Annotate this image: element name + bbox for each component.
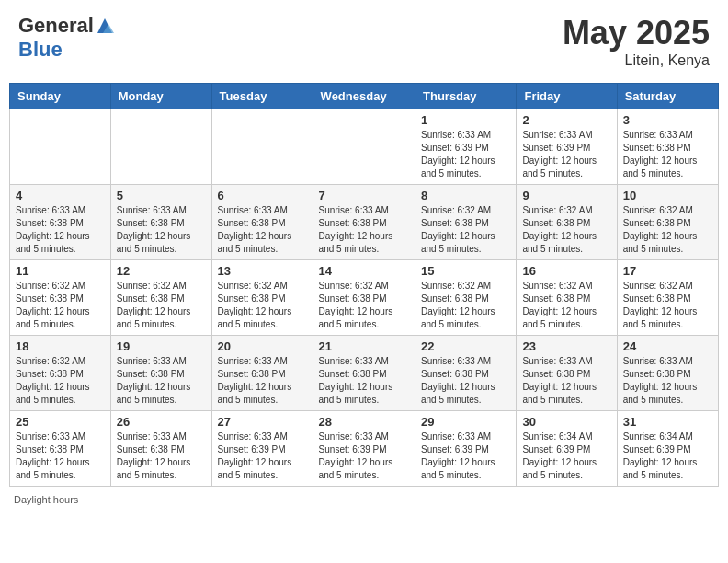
header: General Blue May 2025 Litein, Kenya — [9, 9, 719, 74]
day-number: 26 — [117, 415, 206, 429]
calendar-cell — [313, 109, 415, 185]
calendar-cell: 24Sunrise: 6:33 AM Sunset: 6:38 PM Dayli… — [617, 336, 718, 411]
day-info: Sunrise: 6:33 AM Sunset: 6:38 PM Dayligh… — [117, 204, 206, 256]
calendar-cell: 29Sunrise: 6:33 AM Sunset: 6:39 PM Dayli… — [415, 411, 517, 487]
day-number: 23 — [522, 339, 610, 353]
calendar-cell: 2Sunrise: 6:33 AM Sunset: 6:39 PM Daylig… — [517, 109, 617, 185]
week-row-5: 25Sunrise: 6:33 AM Sunset: 6:38 PM Dayli… — [10, 411, 719, 487]
calendar-cell: 6Sunrise: 6:33 AM Sunset: 6:38 PM Daylig… — [211, 185, 313, 260]
day-info: Sunrise: 6:34 AM Sunset: 6:39 PM Dayligh… — [522, 431, 610, 482]
day-info: Sunrise: 6:32 AM Sunset: 6:38 PM Dayligh… — [522, 204, 610, 256]
calendar-cell: 20Sunrise: 6:33 AM Sunset: 6:38 PM Dayli… — [211, 336, 313, 411]
day-number: 6 — [218, 189, 307, 202]
day-number: 2 — [522, 113, 610, 127]
day-info: Sunrise: 6:33 AM Sunset: 6:38 PM Dayligh… — [117, 431, 206, 482]
day-number: 11 — [16, 264, 105, 278]
calendar-cell: 1Sunrise: 6:33 AM Sunset: 6:39 PM Daylig… — [415, 109, 517, 185]
calendar-cell: 10Sunrise: 6:32 AM Sunset: 6:38 PM Dayli… — [617, 185, 718, 260]
calendar-cell: 28Sunrise: 6:33 AM Sunset: 6:39 PM Dayli… — [313, 411, 415, 487]
logo-blue-text: Blue — [18, 38, 63, 61]
header-thursday: Thursday — [415, 84, 517, 109]
day-info: Sunrise: 6:33 AM Sunset: 6:38 PM Dayligh… — [623, 129, 712, 180]
day-info: Sunrise: 6:32 AM Sunset: 6:38 PM Dayligh… — [421, 204, 510, 256]
header-monday: Monday — [110, 84, 211, 109]
day-number: 16 — [522, 264, 610, 278]
calendar-cell — [211, 109, 313, 185]
day-info: Sunrise: 6:33 AM Sunset: 6:39 PM Dayligh… — [218, 431, 307, 482]
day-number: 25 — [16, 415, 105, 429]
calendar-cell: 18Sunrise: 6:32 AM Sunset: 6:38 PM Dayli… — [10, 336, 111, 411]
day-info: Sunrise: 6:33 AM Sunset: 6:38 PM Dayligh… — [522, 355, 610, 407]
day-number: 31 — [623, 415, 712, 429]
day-info: Sunrise: 6:33 AM Sunset: 6:38 PM Dayligh… — [319, 355, 409, 407]
weekday-header-row: Sunday Monday Tuesday Wednesday Thursday… — [10, 84, 719, 109]
calendar-table: Sunday Monday Tuesday Wednesday Thursday… — [9, 83, 719, 487]
logo-general-text: General — [18, 14, 94, 38]
day-number: 3 — [623, 113, 712, 127]
calendar-cell: 7Sunrise: 6:33 AM Sunset: 6:38 PM Daylig… — [313, 185, 415, 260]
calendar-cell: 13Sunrise: 6:32 AM Sunset: 6:38 PM Dayli… — [211, 260, 313, 336]
title-section: May 2025 Litein, Kenya — [563, 14, 710, 69]
day-number: 4 — [16, 189, 105, 202]
day-info: Sunrise: 6:33 AM Sunset: 6:39 PM Dayligh… — [522, 129, 610, 180]
logo: General Blue — [18, 14, 114, 62]
day-info: Sunrise: 6:33 AM Sunset: 6:38 PM Dayligh… — [117, 355, 206, 407]
week-row-1: 1Sunrise: 6:33 AM Sunset: 6:39 PM Daylig… — [10, 109, 719, 185]
calendar-cell — [10, 109, 111, 185]
day-number: 9 — [522, 189, 610, 202]
calendar-cell: 17Sunrise: 6:32 AM Sunset: 6:38 PM Dayli… — [617, 260, 718, 336]
day-number: 8 — [421, 189, 510, 202]
week-row-2: 4Sunrise: 6:33 AM Sunset: 6:38 PM Daylig… — [10, 185, 719, 260]
day-info: Sunrise: 6:32 AM Sunset: 6:38 PM Dayligh… — [623, 280, 712, 331]
daylight-hours-label: Daylight hours — [14, 494, 78, 505]
week-row-4: 18Sunrise: 6:32 AM Sunset: 6:38 PM Dayli… — [10, 336, 719, 411]
day-number: 5 — [117, 189, 206, 202]
day-info: Sunrise: 6:32 AM Sunset: 6:38 PM Dayligh… — [421, 280, 510, 331]
day-number: 21 — [319, 339, 409, 353]
day-number: 28 — [319, 415, 409, 429]
day-info: Sunrise: 6:33 AM Sunset: 6:38 PM Dayligh… — [218, 355, 307, 407]
calendar-cell: 25Sunrise: 6:33 AM Sunset: 6:38 PM Dayli… — [10, 411, 111, 487]
day-number: 7 — [319, 189, 409, 202]
header-wednesday: Wednesday — [313, 84, 415, 109]
day-number: 20 — [218, 339, 307, 353]
calendar-cell — [110, 109, 211, 185]
day-info: Sunrise: 6:32 AM Sunset: 6:38 PM Dayligh… — [117, 280, 206, 331]
calendar-cell: 31Sunrise: 6:34 AM Sunset: 6:39 PM Dayli… — [617, 411, 718, 487]
day-number: 19 — [117, 339, 206, 353]
calendar-cell: 3Sunrise: 6:33 AM Sunset: 6:38 PM Daylig… — [617, 109, 718, 185]
day-number: 15 — [421, 264, 510, 278]
day-info: Sunrise: 6:33 AM Sunset: 6:38 PM Dayligh… — [16, 431, 105, 482]
calendar-cell: 8Sunrise: 6:32 AM Sunset: 6:38 PM Daylig… — [415, 185, 517, 260]
header-saturday: Saturday — [617, 84, 718, 109]
day-info: Sunrise: 6:32 AM Sunset: 6:38 PM Dayligh… — [319, 280, 409, 331]
calendar-cell: 26Sunrise: 6:33 AM Sunset: 6:38 PM Dayli… — [110, 411, 211, 487]
day-info: Sunrise: 6:33 AM Sunset: 6:39 PM Dayligh… — [319, 431, 409, 482]
header-tuesday: Tuesday — [211, 84, 313, 109]
day-number: 1 — [421, 113, 510, 127]
day-number: 30 — [522, 415, 610, 429]
calendar-cell: 12Sunrise: 6:32 AM Sunset: 6:38 PM Dayli… — [110, 260, 211, 336]
day-number: 10 — [623, 189, 712, 202]
day-info: Sunrise: 6:33 AM Sunset: 6:38 PM Dayligh… — [16, 204, 105, 256]
calendar-cell: 16Sunrise: 6:32 AM Sunset: 6:38 PM Dayli… — [517, 260, 617, 336]
day-info: Sunrise: 6:34 AM Sunset: 6:39 PM Dayligh… — [623, 431, 712, 482]
day-number: 17 — [623, 264, 712, 278]
month-year: May 2025 — [563, 14, 710, 52]
calendar-cell: 15Sunrise: 6:32 AM Sunset: 6:38 PM Dayli… — [415, 260, 517, 336]
day-info: Sunrise: 6:33 AM Sunset: 6:39 PM Dayligh… — [421, 431, 510, 482]
day-info: Sunrise: 6:32 AM Sunset: 6:38 PM Dayligh… — [16, 355, 105, 407]
day-info: Sunrise: 6:32 AM Sunset: 6:38 PM Dayligh… — [623, 204, 712, 256]
calendar-cell: 4Sunrise: 6:33 AM Sunset: 6:38 PM Daylig… — [10, 185, 111, 260]
day-number: 22 — [421, 339, 510, 353]
calendar-cell: 21Sunrise: 6:33 AM Sunset: 6:38 PM Dayli… — [313, 336, 415, 411]
calendar-cell: 19Sunrise: 6:33 AM Sunset: 6:38 PM Dayli… — [110, 336, 211, 411]
day-number: 14 — [319, 264, 409, 278]
day-info: Sunrise: 6:33 AM Sunset: 6:38 PM Dayligh… — [319, 204, 409, 256]
header-friday: Friday — [517, 84, 617, 109]
calendar-cell: 5Sunrise: 6:33 AM Sunset: 6:38 PM Daylig… — [110, 185, 211, 260]
calendar-cell: 23Sunrise: 6:33 AM Sunset: 6:38 PM Dayli… — [517, 336, 617, 411]
week-row-3: 11Sunrise: 6:32 AM Sunset: 6:38 PM Dayli… — [10, 260, 719, 336]
calendar-cell: 14Sunrise: 6:32 AM Sunset: 6:38 PM Dayli… — [313, 260, 415, 336]
calendar-cell: 9Sunrise: 6:32 AM Sunset: 6:38 PM Daylig… — [517, 185, 617, 260]
